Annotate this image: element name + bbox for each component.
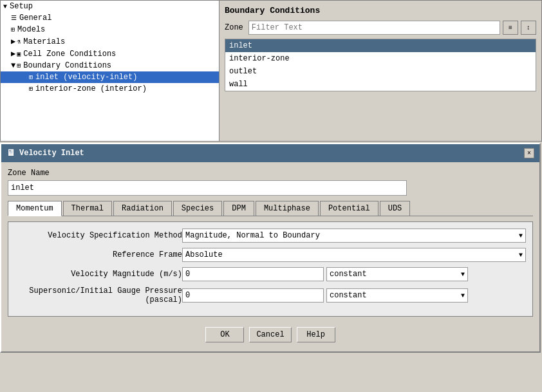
sort-icon: ↕: [527, 24, 530, 32]
sidebar-item-label: Cell Zone Conditions: [23, 50, 116, 59]
velocity-spec-row: Velocity Specification Method Magnitude,…: [15, 229, 526, 243]
tab-radiation[interactable]: Radiation: [113, 201, 172, 216]
zone-filter-input[interactable]: [248, 21, 500, 35]
momentum-tab-panel: Velocity Specification Method Magnitude,…: [8, 221, 533, 317]
sidebar: ▼ Setup ☰ General ⊞ Models ▶ ⚗ Materials…: [1, 1, 220, 141]
zone-list-item-outlet[interactable]: outlet: [225, 65, 536, 78]
sidebar-item-cell-zone[interactable]: ▶ ▣ Cell Zone Conditions: [1, 48, 219, 60]
dialog-title-icon: 🖥: [6, 148, 15, 158]
dialog-body: Zone Name Momentum Thermal Radiation Spe…: [1, 162, 539, 351]
boundary-conditions-title: Boundary Conditions: [225, 6, 536, 15]
zone-label: Zone: [225, 23, 243, 32]
filter-icon: ≡: [509, 24, 512, 32]
zone-list: inlet interior-zone outlet wall: [225, 39, 536, 91]
tabs-container: Momentum Thermal Radiation Species DPM M…: [8, 201, 533, 216]
expand-icon: ▶: [11, 37, 15, 46]
reference-frame-dropdown[interactable]: Absolute ▼: [182, 248, 526, 262]
sidebar-item-setup[interactable]: ▼ Setup: [1, 1, 219, 12]
cancel-button[interactable]: Cancel: [249, 327, 291, 342]
sidebar-item-label: Models: [17, 25, 45, 34]
velocity-spec-dropdown[interactable]: Magnitude, Normal to Boundary ▼: [182, 229, 526, 243]
velocity-magnitude-arrow-icon: ▼: [461, 271, 465, 278]
sidebar-item-label: General: [19, 14, 51, 23]
velocity-spec-control: Magnitude, Normal to Boundary ▼: [182, 229, 526, 243]
tab-momentum[interactable]: Momentum: [8, 201, 62, 216]
filter-icon-btn[interactable]: ≡: [503, 21, 518, 35]
dialog-close-button[interactable]: ×: [524, 148, 534, 158]
interior-icon: ⊞: [29, 85, 33, 93]
sidebar-item-materials[interactable]: ▶ ⚗ Materials: [1, 35, 219, 48]
sidebar-item-label: Setup: [10, 2, 33, 11]
supersonic-method-dropdown[interactable]: constant ▼: [326, 288, 468, 303]
supersonic-arrow-icon: ▼: [461, 292, 465, 299]
dialog-title-text: Velocity Inlet: [19, 149, 84, 158]
dialog-titlebar: 🖥 Velocity Inlet ×: [1, 144, 539, 162]
sort-icon-btn[interactable]: ↕: [521, 21, 536, 35]
sidebar-item-label: Boundary Conditions: [23, 61, 111, 70]
supersonic-label: Supersonic/Initial Gauge Pressure (pasca…: [15, 286, 182, 304]
velocity-magnitude-input[interactable]: [182, 267, 324, 281]
velocity-magnitude-row: Velocity Magnitude (m/s) constant ▼: [15, 267, 526, 281]
models-icon: ⊞: [11, 26, 15, 33]
general-icon: ☰: [11, 14, 17, 22]
sidebar-item-models[interactable]: ⊞ Models: [1, 24, 219, 35]
tab-dpm[interactable]: DPM: [223, 201, 254, 216]
expand-icon: ▼: [11, 61, 15, 70]
boundary-conditions-panel: Boundary Conditions Zone ≡ ↕ inlet inter…: [220, 1, 541, 141]
sidebar-item-label: inlet (velocity-inlet): [35, 73, 137, 82]
boundary-icon: ⊞: [17, 62, 21, 70]
sidebar-item-inlet[interactable]: ⊞ inlet (velocity-inlet): [1, 71, 219, 83]
sidebar-item-interior-zone[interactable]: ⊞ interior-zone (interior): [1, 83, 219, 95]
zone-name-input[interactable]: [8, 180, 407, 196]
sidebar-item-boundary-conditions[interactable]: ▼ ⊞ Boundary Conditions: [1, 60, 219, 71]
tab-uds[interactable]: UDS: [380, 201, 411, 216]
dialog-buttons: OK Cancel Help: [8, 323, 533, 345]
velocity-magnitude-method-dropdown[interactable]: constant ▼: [326, 267, 468, 281]
velocity-magnitude-control: constant ▼: [182, 267, 526, 281]
expand-icon: ▶: [11, 49, 15, 59]
supersonic-control: constant ▼: [182, 288, 526, 303]
reference-frame-label: Reference Frame: [15, 250, 182, 259]
reference-frame-row: Reference Frame Absolute ▼: [15, 248, 526, 262]
inlet-icon: ⊞: [29, 73, 33, 81]
zone-list-item-wall[interactable]: wall: [225, 78, 536, 91]
help-button[interactable]: Help: [297, 327, 335, 342]
reference-frame-control: Absolute ▼: [182, 248, 526, 262]
reference-frame-arrow-icon: ▼: [519, 252, 523, 259]
sidebar-item-general[interactable]: ☰ General: [1, 12, 219, 24]
zone-name-section: Zone Name: [8, 169, 533, 201]
tab-thermal[interactable]: Thermal: [63, 201, 112, 216]
setup-expand-icon: ▼: [3, 3, 7, 10]
zone-list-item-inlet[interactable]: inlet: [225, 39, 536, 52]
supersonic-row: Supersonic/Initial Gauge Pressure (pasca…: [15, 286, 526, 304]
materials-icon: ⚗: [17, 38, 21, 46]
velocity-inlet-dialog: 🖥 Velocity Inlet × Zone Name Momentum Th…: [0, 143, 541, 353]
dialog-title-area: 🖥 Velocity Inlet: [6, 148, 84, 158]
velocity-spec-label: Velocity Specification Method: [15, 231, 182, 240]
velocity-magnitude-label: Velocity Magnitude (m/s): [15, 270, 182, 279]
ok-button[interactable]: OK: [205, 327, 244, 342]
tab-potential[interactable]: Potential: [320, 201, 378, 216]
tab-multiphase[interactable]: Multiphase: [256, 201, 319, 216]
zone-list-item-interior[interactable]: interior-zone: [225, 52, 536, 65]
sidebar-item-label: interior-zone (interior): [35, 84, 147, 93]
sidebar-item-label: Materials: [23, 37, 65, 46]
zone-name-label: Zone Name: [8, 169, 533, 178]
cell-zone-icon: ▣: [17, 50, 21, 58]
zone-filter-row: Zone ≡ ↕: [225, 21, 536, 35]
tab-species[interactable]: Species: [173, 201, 222, 216]
supersonic-input[interactable]: [182, 288, 324, 303]
velocity-spec-arrow-icon: ▼: [519, 232, 523, 239]
